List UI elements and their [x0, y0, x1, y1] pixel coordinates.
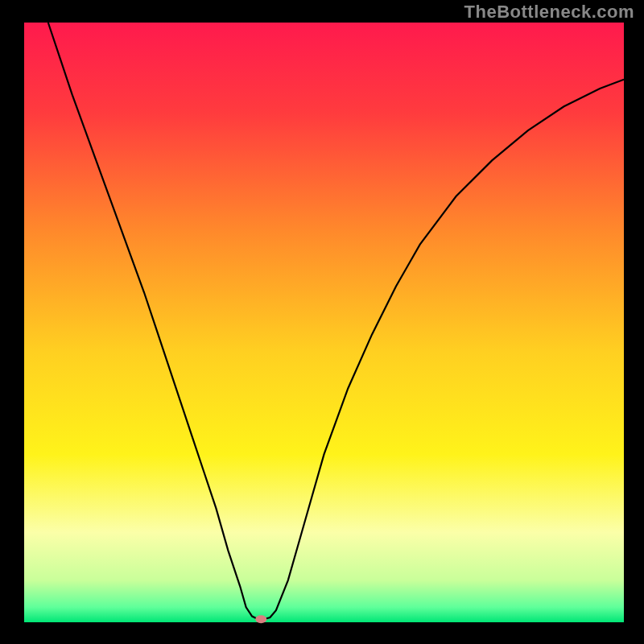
plot-background — [24, 23, 624, 622]
watermark-text: TheBottleneck.com — [464, 2, 634, 23]
min-marker — [255, 615, 266, 623]
chart-container: TheBottleneck.com — [0, 0, 644, 644]
bottleneck-chart — [0, 0, 644, 644]
